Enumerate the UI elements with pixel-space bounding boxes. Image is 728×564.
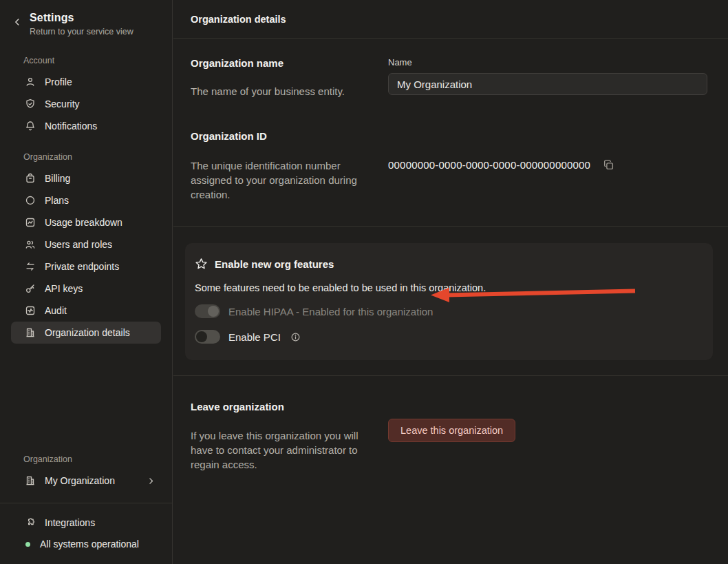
org-name-title: Organization name: [191, 57, 388, 69]
sidebar-item-plans[interactable]: Plans: [11, 189, 161, 211]
org-id-left: Organization ID The unique identificatio…: [191, 130, 388, 202]
sidebar-item-api-keys[interactable]: API keys: [11, 278, 161, 300]
sidebar-item-label: API keys: [45, 283, 83, 294]
org-id-section: Organization ID The unique identificatio…: [191, 130, 707, 202]
sidebar-item-integrations[interactable]: Integrations: [11, 512, 161, 534]
sidebar-item-security[interactable]: Security: [11, 93, 161, 115]
sidebar-item-label: Notifications: [45, 121, 97, 132]
toggle-knob: [208, 306, 219, 317]
leave-organization-button[interactable]: Leave this organization: [388, 419, 515, 442]
page-title: Organization details: [191, 14, 286, 25]
sidebar-item-label: Security: [45, 98, 80, 109]
name-field-label: Name: [388, 57, 707, 67]
sidebar-bottom-block: Integrations All systems operational: [0, 503, 172, 564]
org-id-value: 00000000-0000-0000-0000-000000000000: [388, 159, 590, 171]
section-label-account: Account: [23, 56, 172, 65]
main-content: Organization name The name of your busin…: [173, 57, 728, 202]
org-name-right: Name: [388, 57, 707, 98]
puzzle-icon: [25, 517, 36, 528]
sidebar: Settings Return to your service view Acc…: [0, 0, 173, 564]
section-label-organization: Organization: [23, 152, 172, 162]
features-card-title: Enable new org features: [215, 258, 334, 270]
bell-icon: [25, 121, 36, 132]
section-divider: [173, 226, 728, 227]
leave-left: Leave organization If you leave this org…: [191, 401, 388, 472]
status-dot-icon: [25, 542, 30, 547]
sidebar-item-private-endpoints[interactable]: Private endpoints: [11, 255, 161, 278]
sidebar-item-profile[interactable]: Profile: [11, 71, 161, 93]
org-id-description: The unique identification number assigne…: [191, 158, 365, 202]
system-status[interactable]: All systems operational: [11, 534, 161, 554]
building-icon: [25, 475, 36, 486]
pci-toggle-label: Enable PCI: [228, 331, 281, 343]
main-header: Organization details: [173, 0, 728, 39]
shield-icon: [25, 98, 36, 109]
features-card-header: Enable new org features: [195, 258, 702, 271]
sidebar-item-label: Billing: [45, 173, 70, 184]
sidebar-subtitle[interactable]: Return to your service view: [30, 27, 133, 36]
leave-right: Leave this organization: [388, 401, 707, 472]
hipaa-toggle-label: Enable HIPAA - Enabled for this organiza…: [228, 306, 433, 317]
leave-section: Leave organization If you leave this org…: [191, 401, 707, 472]
sidebar-item-label: Integrations: [45, 517, 95, 528]
activity-icon: [25, 305, 36, 316]
sidebar-item-label: Audit: [45, 305, 67, 316]
features-card: Enable new org features Some features ne…: [185, 243, 713, 360]
sidebar-item-label: Plans: [45, 195, 69, 206]
section-divider: [173, 375, 728, 376]
sidebar-item-audit[interactable]: Audit: [11, 300, 161, 322]
swap-arrows-icon: [25, 261, 36, 272]
sidebar-item-notifications[interactable]: Notifications: [11, 115, 161, 137]
sidebar-item-usage-breakdown[interactable]: Usage breakdown: [11, 211, 161, 233]
pci-toggle-row: Enable PCI: [195, 329, 702, 344]
section-label-bottom-organization: Organization: [23, 455, 172, 464]
org-name-description: The name of your business entity.: [191, 84, 388, 98]
sidebar-item-users-and-roles[interactable]: Users and roles: [11, 233, 161, 255]
status-label: All systems operational: [40, 539, 139, 550]
sidebar-item-label: Profile: [45, 76, 72, 87]
key-icon: [25, 283, 36, 294]
sidebar-item-label: Organization details: [45, 327, 130, 338]
circle-icon: [25, 195, 36, 206]
person-icon: [25, 76, 36, 87]
toggle-knob: [196, 331, 207, 342]
sidebar-header: Settings Return to your service view: [0, 0, 172, 36]
org-switcher-label: My Organization: [45, 475, 115, 486]
sidebar-item-label: Usage breakdown: [45, 217, 122, 228]
back-chevron-icon[interactable]: [11, 16, 23, 28]
sidebar-item-my-organization[interactable]: My Organization: [11, 470, 161, 492]
hipaa-toggle-row: Enable HIPAA - Enabled for this organiza…: [195, 304, 702, 319]
org-id-value-row: 00000000-0000-0000-0000-000000000000: [388, 159, 707, 171]
info-icon[interactable]: [290, 332, 301, 342]
org-id-right: 00000000-0000-0000-0000-000000000000: [388, 130, 707, 202]
org-name-input[interactable]: [388, 73, 707, 95]
leave-description: If you leave this organization you will …: [191, 428, 365, 472]
main-panel: Organization details Organization name T…: [173, 0, 728, 564]
sidebar-title: Settings: [30, 12, 133, 24]
sidebar-item-label: Users and roles: [45, 239, 112, 250]
sidebar-item-billing[interactable]: Billing: [11, 167, 161, 189]
pci-toggle[interactable]: [195, 330, 220, 344]
settings-app: Settings Return to your service view Acc…: [0, 0, 728, 564]
org-name-left: Organization name The name of your busin…: [191, 57, 388, 98]
leave-title: Leave organization: [191, 401, 388, 412]
features-card-description: Some features need to be enabled to be u…: [195, 282, 702, 293]
copy-icon[interactable]: [603, 159, 614, 171]
users-icon: [25, 239, 36, 250]
leave-content: Leave organization If you leave this org…: [173, 401, 728, 472]
star-icon: [195, 258, 208, 271]
hipaa-toggle[interactable]: [195, 304, 220, 318]
sidebar-item-organization-details[interactable]: Organization details: [11, 322, 161, 344]
chart-icon: [25, 217, 36, 228]
sidebar-item-label: Private endpoints: [45, 261, 119, 272]
org-name-section: Organization name The name of your busin…: [191, 57, 707, 98]
building-icon: [25, 327, 36, 338]
sidebar-title-block: Settings Return to your service view: [30, 12, 133, 36]
org-id-title: Organization ID: [191, 130, 388, 142]
sidebar-spacer: [0, 344, 172, 455]
wallet-icon: [25, 173, 36, 184]
chevron-right-icon: [147, 477, 156, 485]
